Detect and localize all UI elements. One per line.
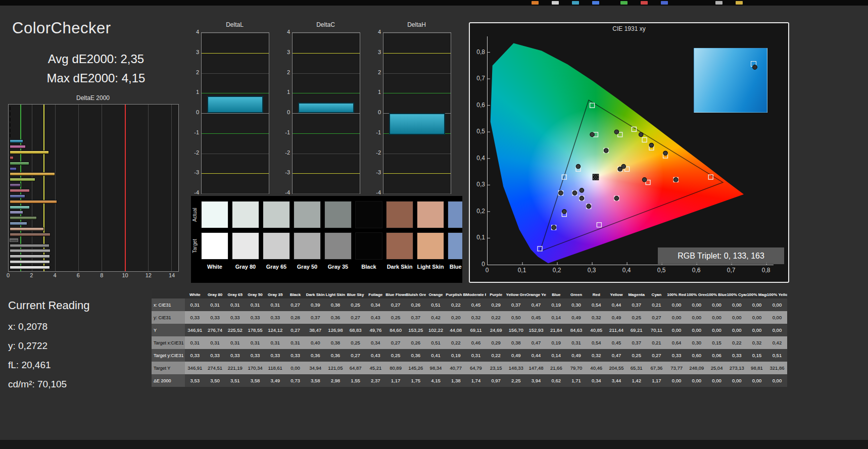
cell: 0,29 (486, 298, 506, 311)
table-row-e-2000[interactable]: ΔE 20003,533,503,513,583,490,733,582,981… (152, 374, 787, 387)
cell: 0,27 (647, 311, 667, 324)
actual-swatch-black[interactable] (355, 201, 382, 228)
deltac-chart-title: DeltaC (292, 21, 359, 28)
gridline-y-0 (293, 113, 360, 114)
cell: 0,14 (546, 349, 566, 362)
target-swatch-gray-35[interactable] (324, 232, 352, 260)
target-marker-100-magenta (597, 223, 601, 227)
cell: 0,31 (265, 336, 285, 349)
cell: 38,47 (305, 324, 325, 336)
deltae-bar-green (10, 162, 29, 165)
target-swatch-gray-50[interactable] (294, 232, 321, 260)
measured-marker-moderate-red (642, 178, 646, 182)
actual-swatch-gray-80[interactable] (232, 201, 259, 228)
table-row-y-cie31[interactable]: y: CIE310,330,330,330,330,330,280,370,36… (152, 311, 787, 324)
target-swatch-gray-80[interactable] (232, 232, 259, 260)
actual-swatch-dark-skin[interactable] (386, 201, 413, 228)
target-swatch-gray-65[interactable] (263, 232, 290, 260)
gridline-y--3 (293, 173, 360, 174)
table-row-target-y-cie31[interactable]: Target y:CIE310,330,330,330,330,330,330,… (152, 349, 787, 362)
cell: 0,00 (767, 311, 787, 324)
actual-swatch-gray-35[interactable] (324, 201, 352, 228)
x-tick-label: 0 (3, 272, 13, 278)
deltae2000-chart-panel[interactable] (8, 104, 179, 272)
cell: 3,51 (225, 374, 245, 387)
actual-swatch-white[interactable] (201, 201, 228, 228)
row-label: Target Y (152, 362, 185, 374)
actual-row-label: Actual (192, 201, 199, 228)
gridline-y--4 (383, 193, 451, 194)
measured-marker-yellow (639, 132, 643, 136)
cell: 0,27 (385, 298, 406, 311)
target-swatch-blue-sky[interactable] (448, 232, 462, 260)
cell: 0,00 (747, 298, 767, 311)
deltah-chart-panel[interactable]: DeltaH 43210-1-2-3-4 (368, 32, 451, 193)
cell: 0,31 (225, 298, 245, 311)
actual-swatch-light-skin[interactable] (417, 201, 444, 228)
column-header-white: White (185, 290, 205, 298)
cell: 98,34 (426, 362, 446, 374)
bar-row-gray-35 (10, 243, 177, 248)
actual-swatch-gray-65[interactable] (263, 201, 290, 228)
x-tick-label: 6 (73, 272, 83, 278)
deltac-chart-panel[interactable]: DeltaC 43210-1-2-3-4 (277, 32, 360, 193)
cell: 0,22 (446, 336, 466, 349)
actual-swatch-gray-50[interactable] (294, 201, 321, 228)
column-header-blue-flower: Blue Flower (385, 290, 406, 298)
cell: 40,85 (586, 324, 606, 336)
gamut-triangle (540, 100, 723, 252)
target-swatch-black[interactable] (355, 232, 382, 260)
deltah-bar (389, 113, 446, 135)
max-de2000-readout: Max dE2000: 4,15 (20, 71, 172, 85)
cell: 0,25 (626, 311, 647, 324)
colorchecker-page: ColorChecker Avg dE2000: 2,35 Max dE2000… (0, 0, 868, 449)
column-header-gray-35: Gray 35 (265, 290, 285, 298)
target-swatch-light-skin[interactable] (417, 232, 444, 260)
y-tick-label: -2 (368, 149, 381, 156)
color-swatch-panel[interactable]: Actual Target WhiteGray 80Gray 65Gray 50… (191, 196, 462, 283)
cell: 67,36 (647, 362, 667, 374)
cell: 0,31 (225, 336, 245, 349)
measured-marker-red (674, 178, 678, 182)
deltal-chart-panel[interactable]: DeltaL 43210-1-2-3-4 (186, 32, 269, 193)
cell: 0,00 (727, 311, 747, 324)
actual-swatch-blue-sky[interactable] (448, 201, 462, 228)
target-swatch-dark-skin[interactable] (386, 232, 413, 260)
swatch-column-light-skin: Light Skin (417, 196, 444, 283)
cell: 0,38 (325, 336, 346, 349)
cell: 0,37 (305, 311, 325, 324)
cell: 0,00 (767, 298, 787, 311)
toolbar-icon-fragment (552, 1, 559, 5)
cell: 248,09 (687, 362, 707, 374)
column-header-blue: Blue (546, 290, 566, 298)
deltae-bar-orange (10, 200, 57, 204)
target-swatch-white[interactable] (201, 232, 228, 260)
cell: 0,49 (566, 311, 587, 324)
gridline-y--4 (202, 193, 269, 194)
cell: 0,32 (747, 336, 767, 349)
cell: 3,58 (305, 374, 325, 387)
cell: 0,33 (265, 311, 285, 324)
cell: 0,20 (446, 311, 466, 324)
cell: 4,15 (426, 374, 446, 387)
measurement-table-wrap[interactable]: WhiteGray 80Gray 65Gray 50Gray 35BlackDa… (152, 290, 787, 387)
column-header-red: Red (586, 290, 606, 298)
cell: 0,31 (185, 336, 205, 349)
y-tick-label: 1 (277, 89, 290, 95)
target-marker-yellow (642, 137, 647, 142)
table-row-y[interactable]: Y346,91276,74225,52178,55124,120,2738,47… (152, 324, 787, 336)
cell: 0,36 (305, 349, 325, 362)
table-row-target-y[interactable]: Target Y346,91274,51221,19170,34118,610,… (152, 362, 787, 374)
y-tick-label: -4 (277, 189, 290, 195)
cie-x-tick-label: 0,8 (758, 267, 774, 274)
cie-1931-panel[interactable]: CIE 1931 xy RGB Triplet: 0, 133, 163 000… (469, 22, 789, 283)
cell: 0,42 (767, 336, 787, 349)
table-row-x-cie31[interactable]: x: CIE310,310,310,310,310,310,270,390,38… (152, 298, 787, 311)
deltae-bar-magenta (10, 145, 26, 148)
cell: 276,74 (205, 324, 225, 336)
cell: 3,58 (245, 374, 265, 387)
x-tick-label: 8 (97, 272, 107, 278)
y-tick-label: 1 (186, 89, 199, 95)
table-row-target-x-cie31[interactable]: Target x:CIE310,310,310,310,310,310,310,… (152, 336, 787, 349)
measured-marker-green (590, 132, 594, 136)
